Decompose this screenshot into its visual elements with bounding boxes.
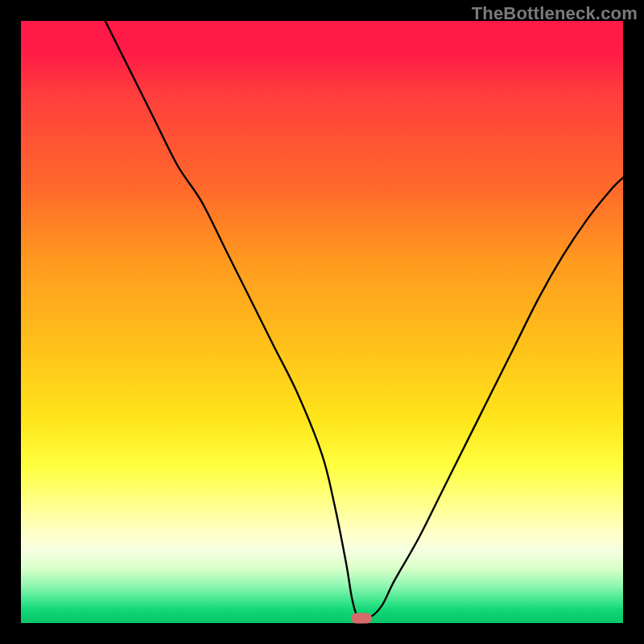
minimum-marker bbox=[351, 613, 372, 624]
chart-container: TheBottleneck.com bbox=[0, 0, 644, 644]
bottleneck-curve bbox=[21, 21, 623, 623]
plot-area bbox=[21, 21, 623, 623]
